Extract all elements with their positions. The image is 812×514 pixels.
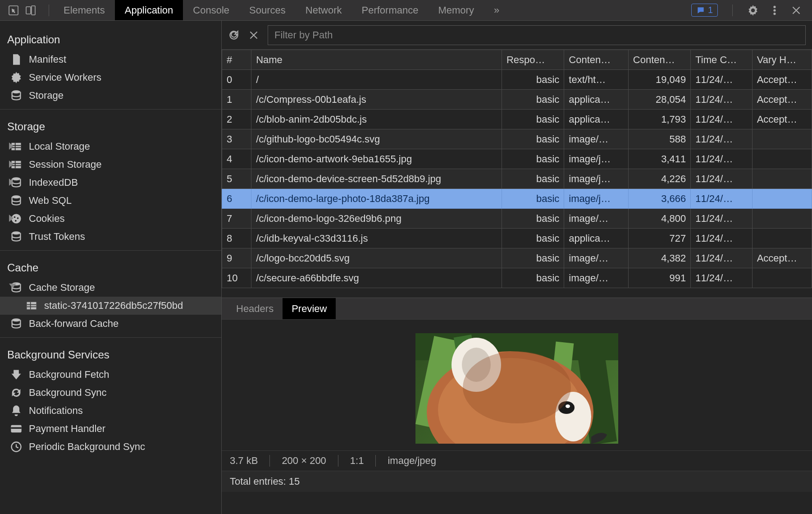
sidebar-item-label: Session Storage: [29, 159, 101, 170]
expand-icon[interactable]: [9, 179, 14, 186]
sidebar-item-service-workers[interactable]: Service Workers: [0, 69, 221, 87]
cell-vary: [752, 189, 812, 209]
collapse-icon[interactable]: [9, 284, 16, 288]
table-row[interactable]: 1/c/Compress-00b1eafa.jsbasicapplica…28,…: [222, 90, 812, 110]
preview-area: [222, 320, 812, 450]
table-row[interactable]: 4/c/icon-demo-artwork-9eba1655.jpgbasici…: [222, 149, 812, 169]
inspect-element-icon[interactable]: [8, 5, 19, 16]
sidebar-item-cache-entry[interactable]: static-3741017226db5c27f50bd: [0, 297, 221, 315]
info-dims: 200 × 200: [282, 455, 326, 467]
table-row[interactable]: 3/c/github-logo-bc05494c.svgbasicimage/……: [222, 129, 812, 149]
col-content-length[interactable]: Conten…: [628, 50, 690, 70]
tab-network[interactable]: Network: [296, 0, 352, 20]
filter-input[interactable]: [268, 25, 806, 45]
tab-application[interactable]: Application: [115, 0, 183, 20]
detail-tab-preview[interactable]: Preview: [283, 298, 336, 319]
cell-content-length: 4,226: [628, 169, 690, 189]
table-row[interactable]: 7/c/icon-demo-logo-326ed9b6.pngbasicimag…: [222, 209, 812, 229]
table-row[interactable]: 9/c/logo-bcc20dd5.svgbasicimage/…4,38211…: [222, 248, 812, 268]
cell-content-type: image/…: [564, 248, 629, 268]
table-row[interactable]: 10/c/secure-a66bbdfe.svgbasicimage/…9911…: [222, 268, 812, 288]
sidebar-item-notifications[interactable]: Notifications: [0, 402, 221, 420]
cell-index: 4: [222, 149, 251, 169]
table-row[interactable]: 6/c/icon-demo-large-photo-18da387a.jpgba…: [222, 189, 812, 209]
cell-content-length: 4,382: [628, 248, 690, 268]
sidebar-item-local-storage[interactable]: Local Storage: [0, 138, 221, 156]
table-row[interactable]: 8/c/idb-keyval-c33d3116.jsbasicapplica…7…: [222, 229, 812, 248]
col-content-type[interactable]: Conten…: [564, 50, 629, 70]
tab-more[interactable]: »: [484, 0, 509, 20]
svg-point-13: [12, 195, 21, 198]
cell-content-length: 4,800: [628, 209, 690, 229]
cell-time: 11/24/…: [691, 149, 752, 169]
cell-name: /c/logo-bcc20dd5.svg: [251, 248, 502, 268]
table-row[interactable]: 2/c/blob-anim-2db05bdc.jsbasicapplica…1,…: [222, 110, 812, 129]
cell-content-length: 588: [628, 129, 690, 149]
sidebar-item-label: Periodic Background Sync: [29, 441, 145, 453]
sidebar-item-cache-storage[interactable]: Cache Storage: [0, 279, 221, 297]
sidebar-item-label: Notifications: [29, 405, 83, 417]
expand-icon[interactable]: [9, 215, 14, 222]
tab-console[interactable]: Console: [183, 0, 239, 20]
close-devtools-icon[interactable]: [790, 5, 802, 16]
table-row[interactable]: 5/c/icon-demo-device-screen-5d52d8b9.jpg…: [222, 169, 812, 189]
sidebar-item-web-sql[interactable]: Web SQL: [0, 192, 221, 210]
col-index[interactable]: #: [222, 50, 251, 70]
cell-content-type: image/…: [564, 209, 629, 229]
info-mime: image/jpeg: [388, 455, 436, 467]
sidebar-item-label: Background Sync: [29, 387, 106, 399]
sidebar-item-trust-tokens[interactable]: Trust Tokens: [0, 228, 221, 246]
sidebar-item-session-storage[interactable]: Session Storage: [0, 156, 221, 174]
expand-icon[interactable]: [9, 161, 14, 168]
sidebar-item-background-sync[interactable]: Background Sync: [0, 384, 221, 402]
table-row[interactable]: 0/basictext/ht…19,04911/24/…Accept…: [222, 70, 812, 90]
cell-vary: [752, 169, 812, 189]
sidebar-item-indexeddb[interactable]: IndexedDB: [0, 174, 221, 192]
col-time-cached[interactable]: Time C…: [691, 50, 752, 70]
expand-icon[interactable]: [9, 142, 14, 150]
cell-vary: [752, 129, 812, 149]
sidebar-item-background-fetch[interactable]: Background Fetch: [0, 366, 221, 384]
kebab-menu-icon[interactable]: [769, 5, 780, 16]
sidebar-item-back-forward-cache[interactable]: Back-forward Cache: [0, 315, 221, 333]
svg-point-37: [463, 351, 571, 423]
tab-elements[interactable]: Elements: [54, 0, 115, 20]
clear-icon[interactable]: [248, 29, 260, 41]
cell-time: 11/24/…: [691, 209, 752, 229]
cell-index: 9: [222, 248, 251, 268]
col-vary-header[interactable]: Vary H…: [752, 50, 812, 70]
tab-sources[interactable]: Sources: [239, 0, 296, 20]
detail-tab-headers[interactable]: Headers: [227, 298, 283, 319]
sidebar-item-label: Background Fetch: [29, 369, 109, 381]
cell-index: 8: [222, 229, 251, 248]
cell-vary: [752, 149, 812, 169]
col-name[interactable]: Name: [251, 50, 502, 70]
col-response[interactable]: Respo…: [502, 50, 564, 70]
database-icon: [10, 317, 23, 330]
cell-vary: [752, 209, 812, 229]
sidebar-item-manifest[interactable]: Manifest: [0, 50, 221, 69]
sidebar-item-storage[interactable]: Storage: [0, 87, 221, 105]
cell-response: basic: [502, 129, 564, 149]
cell-content-type: image/j…: [564, 189, 629, 209]
cell-content-type: image/…: [564, 129, 629, 149]
console-message-badge[interactable]: 1: [691, 4, 718, 17]
cell-name: /c/github-logo-bc05494c.svg: [251, 129, 502, 149]
sidebar-item-cookies[interactable]: Cookies: [0, 210, 221, 228]
settings-gear-icon[interactable]: [747, 5, 759, 16]
cell-index: 1: [222, 90, 251, 110]
sidebar-item-payment-handler[interactable]: Payment Handler: [0, 420, 221, 438]
device-toolbar-icon[interactable]: [25, 5, 36, 16]
cell-response: basic: [502, 169, 564, 189]
cell-index: 10: [222, 268, 251, 288]
refresh-icon[interactable]: [228, 29, 240, 41]
svg-point-21: [12, 318, 21, 321]
sidebar-item-label: Web SQL: [29, 195, 72, 207]
svg-point-15: [14, 216, 16, 218]
tab-memory[interactable]: Memory: [428, 0, 484, 20]
cell-index: 5: [222, 169, 251, 189]
sidebar-item-periodic-sync[interactable]: Periodic Background Sync: [0, 438, 221, 456]
cell-response: basic: [502, 229, 564, 248]
cell-vary: [752, 268, 812, 288]
tab-performance[interactable]: Performance: [351, 0, 428, 20]
